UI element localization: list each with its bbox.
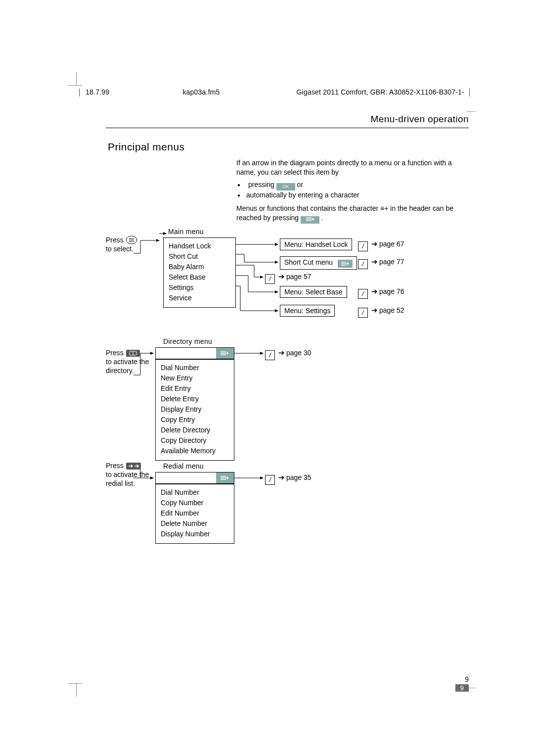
- ok-key-icon: OK: [276, 183, 295, 190]
- intro-text: If an arrow in the diagram points direct…: [236, 158, 469, 224]
- crop-mark: [76, 72, 77, 86]
- crop-mark: [68, 85, 82, 86]
- ext-menu-badge-icon: [216, 472, 234, 483]
- menu-item: Edit Entry: [161, 383, 229, 394]
- page-number-block: 9 9: [455, 675, 469, 692]
- crop-mark: [467, 111, 476, 112]
- menu-item: New Entry: [161, 373, 229, 383]
- menu-item: Dial Number: [161, 363, 229, 373]
- menu-item: Delete Entry: [161, 394, 229, 404]
- slash-icon: /: [358, 241, 368, 251]
- section-title: Menu-driven operation: [370, 114, 469, 128]
- menu-item: Delete Number: [161, 519, 229, 529]
- menu-item: Copy Number: [161, 498, 229, 508]
- slash-icon: /: [358, 259, 368, 269]
- directory-menu-box: Dial Number New Entry Edit Entry Delete …: [155, 359, 234, 461]
- ext-menu-symbol: ≡+: [380, 204, 388, 212]
- main-menu-box: Handset Lock Short Cut Baby Alarm Select…: [163, 237, 236, 308]
- page-ref-76: /➔page 76: [358, 287, 404, 299]
- redial-key-icon: [126, 462, 141, 470]
- menu-item: Display Number: [161, 529, 229, 539]
- redial-ext-header: [155, 472, 234, 484]
- press-redial: Press to activate the redial list.: [106, 461, 149, 488]
- result-handset-lock: Menu: Handset Lock: [280, 238, 352, 250]
- redial-menu-box: Dial Number Copy Number Edit Number Dele…: [155, 484, 234, 544]
- menu-item: Available Memory: [161, 446, 229, 456]
- section-rule: [106, 128, 469, 128]
- crop-mark: [76, 683, 77, 697]
- menu-item: Baby Alarm: [169, 262, 230, 272]
- menu-key-icon: [126, 236, 137, 244]
- page-number-box: 9: [455, 684, 469, 692]
- doc-file: kap03a.fm5: [182, 88, 220, 96]
- slash-icon: /: [265, 350, 275, 360]
- slash-icon: /: [265, 274, 275, 284]
- menu-item: Settings: [169, 283, 230, 293]
- menu-item: Display Entry: [161, 404, 229, 415]
- directory-menu-title: Directory menu: [163, 337, 212, 345]
- menu-item: Copy Directory: [161, 435, 229, 446]
- main-menu-title: Main menu: [168, 228, 204, 236]
- slash-icon: /: [358, 308, 368, 318]
- menu-item: Select Base: [169, 272, 230, 283]
- menu-item: Copy Entry: [161, 415, 229, 425]
- intro-bullet-2: automatically by entering a character: [246, 190, 469, 200]
- slash-icon: /: [358, 289, 368, 299]
- intro-para2: Menus or functions that contains the cha…: [236, 204, 469, 224]
- result-short-cut: Short Cut menu: [280, 256, 357, 270]
- page-number: 9: [455, 675, 469, 683]
- menu-item: Delete Directory: [161, 425, 229, 435]
- menu-item: Edit Number: [161, 508, 229, 519]
- page-ref-77: /➔page 77: [358, 257, 404, 269]
- menu-item: Service: [169, 293, 230, 303]
- page: 18.7.99 kap03a.fm5 Gigaset 2011 Comfort,…: [0, 0, 534, 756]
- intro-para1: If an arrow in the diagram points direct…: [236, 158, 469, 177]
- page-ref-30: /➔page 30: [265, 348, 312, 360]
- press-directory: Press to activate the directory.: [106, 348, 149, 375]
- slash-icon: /: [265, 475, 275, 485]
- doc-header: 18.7.99 kap03a.fm5 Gigaset 2011 Comfort,…: [79, 88, 470, 96]
- doc-title: Gigaset 2011 Comfort, GBR: A30852-X1106-…: [297, 88, 464, 96]
- page-ref-52: /➔page 52: [358, 306, 404, 318]
- section-heading: Principal menus: [108, 141, 184, 153]
- result-select-base: Menu: Select Base: [280, 286, 347, 298]
- page-ref-57: /➔page 57: [265, 272, 312, 284]
- directory-key-icon: [126, 349, 140, 357]
- menu-item: Short Cut: [169, 251, 230, 262]
- page-ref-35: /➔page 35: [265, 473, 312, 485]
- ext-menu-badge-icon: [338, 260, 353, 268]
- ext-menu-key-icon: [301, 216, 319, 224]
- menu-item: Handset Lock: [169, 241, 230, 251]
- result-settings: Menu: Settings: [280, 305, 335, 317]
- crop-mark: [68, 683, 82, 684]
- press-main: Press to select.: [106, 236, 137, 253]
- intro-bullet-1: pressing OK or: [246, 180, 469, 190]
- page-ref-67: /➔page 67: [358, 239, 404, 251]
- doc-date: 18.7.99: [86, 88, 109, 96]
- ext-menu-badge-icon: [216, 348, 234, 359]
- directory-ext-header: [155, 347, 234, 359]
- menu-item: Dial Number: [161, 487, 229, 498]
- redial-menu-title: Redial menu: [163, 462, 204, 470]
